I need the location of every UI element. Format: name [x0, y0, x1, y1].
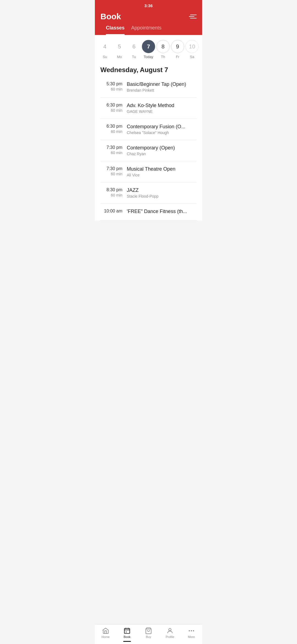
header: Book Classes Appointments	[95, 9, 202, 35]
class-instructor-0: Brendan Pinkett	[127, 88, 197, 92]
class-item-1[interactable]: 6:30 pm 60 min Adv. Ko-Style Method GAGE…	[100, 98, 197, 119]
date-heading: Wednesday, August 7	[95, 62, 202, 77]
day-label-10: Sa	[190, 55, 194, 59]
class-time-5: 8:30 pm	[100, 187, 122, 192]
day-label-8: Th	[161, 55, 165, 59]
class-name-3: Contemporary (Open)	[127, 145, 197, 151]
tab-classes[interactable]: Classes	[106, 25, 125, 35]
class-name-1: Adv. Ko-Style Method	[127, 103, 197, 108]
class-instructor-4: Ali Vice	[127, 173, 197, 177]
class-time-6: 10:00 am	[100, 209, 122, 214]
calendar-day-8[interactable]: 8 Th	[156, 40, 170, 59]
calendar-day-7[interactable]: 7 Today	[142, 40, 155, 59]
day-number-7: 7	[142, 40, 155, 53]
class-name-4: Musical Theatre Open	[127, 166, 197, 172]
class-item-5[interactable]: 8:30 pm 60 min JAZZ Stacie Flood-Popp	[100, 182, 197, 204]
day-label-6: Tu	[132, 55, 136, 59]
class-duration-5: 60 min	[100, 193, 122, 197]
class-duration-3: 60 min	[100, 151, 122, 155]
class-list: 5:30 pm 60 min Basic/Beginner Tap (Open)…	[95, 77, 202, 220]
day-number-6: 6	[127, 40, 141, 53]
class-item-2[interactable]: 6:30 pm 60 min Contemporary Fusion (O...…	[100, 119, 197, 140]
tab-appointments[interactable]: Appointments	[131, 25, 161, 35]
class-item-6[interactable]: 10:00 am 'FREE" Dance Fitness (th...	[100, 204, 197, 220]
time-display: 3:36	[144, 3, 153, 8]
class-time-3: 7:30 pm	[100, 145, 122, 150]
class-time-4: 7:30 pm	[100, 166, 122, 171]
tab-bar: Classes Appointments	[100, 25, 197, 35]
calendar-day-5[interactable]: 5 Mo	[113, 40, 126, 59]
class-time-0: 5:30 pm	[100, 81, 122, 86]
class-time-2: 6:30 pm	[100, 124, 122, 129]
class-item-4[interactable]: 7:30 pm 60 min Musical Theatre Open Ali …	[100, 161, 197, 182]
day-label-4: Su	[103, 55, 107, 59]
calendar-day-6[interactable]: 6 Tu	[127, 40, 141, 59]
page-title: Book	[100, 12, 121, 21]
calendar-day-4[interactable]: 4 Su	[98, 40, 111, 59]
class-item-0[interactable]: 5:30 pm 60 min Basic/Beginner Tap (Open)…	[100, 77, 197, 98]
class-duration-1: 60 min	[100, 108, 122, 113]
class-name-5: JAZZ	[127, 187, 197, 193]
class-name-2: Contemporary Fusion (O...	[127, 124, 197, 130]
day-number-10: 10	[185, 40, 199, 53]
calendar-day-9[interactable]: 9 Fr	[171, 40, 184, 59]
class-duration-4: 60 min	[100, 172, 122, 176]
class-instructor-1: GAGE WAYNE	[127, 109, 197, 114]
day-label-9: Fr	[176, 55, 179, 59]
filter-button[interactable]	[189, 15, 197, 18]
class-item-3[interactable]: 7:30 pm 60 min Contemporary (Open) Chaz …	[100, 140, 197, 161]
class-time-1: 6:30 pm	[100, 103, 122, 108]
status-bar: 3:36	[95, 0, 202, 9]
class-name-6: 'FREE" Dance Fitness (th...	[127, 209, 197, 214]
day-number-4: 4	[98, 40, 111, 53]
day-number-5: 5	[113, 40, 126, 53]
class-instructor-5: Stacie Flood-Popp	[127, 194, 197, 198]
class-instructor-2: Chelsea "Solace" Hough	[127, 130, 197, 135]
class-duration-0: 60 min	[100, 87, 122, 91]
calendar-day-10[interactable]: 10 Sa	[185, 40, 199, 59]
class-name-0: Basic/Beginner Tap (Open)	[127, 81, 197, 87]
class-duration-2: 60 min	[100, 129, 122, 134]
calendar-strip: 4 Su 5 Mo 6 Tu 7 Today 8 Th 9 Fr	[95, 35, 202, 62]
day-label-7: Today	[144, 55, 153, 59]
day-label-5: Mo	[117, 55, 122, 59]
day-number-8: 8	[156, 40, 170, 53]
class-instructor-3: Chaz Ryan	[127, 152, 197, 156]
day-number-9: 9	[171, 40, 184, 53]
